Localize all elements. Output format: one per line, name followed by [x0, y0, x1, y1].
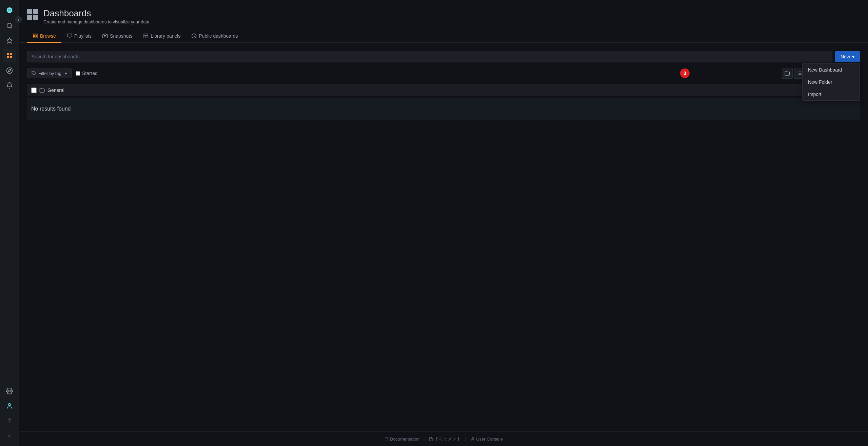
svg-rect-15: [144, 34, 148, 38]
starred-label: Starred: [82, 71, 98, 76]
svg-rect-10: [36, 34, 37, 36]
tab-public-dashboards-label: Public dashboards: [199, 33, 238, 39]
sidebar-item-dashboards[interactable]: [3, 49, 16, 62]
footer-sep-1: |: [424, 437, 425, 442]
svg-rect-12: [36, 36, 37, 38]
folder-view-icon: [785, 71, 790, 76]
list-view-icon: [797, 71, 802, 76]
footer-docs-jp-label: ドキュメント: [435, 436, 461, 442]
docs-icon: [384, 437, 389, 441]
sidebar-item-help[interactable]: ?: [3, 414, 16, 428]
folder-checkbox-general[interactable]: [31, 88, 37, 93]
starred-checkbox[interactable]: [76, 71, 80, 76]
new-button-container: New ▾ New Dashboard New Folder Import: [835, 51, 860, 62]
svg-rect-3: [10, 53, 12, 55]
filter-tag-label: Filter by tag: [38, 71, 61, 76]
sidebar-item-chevron[interactable]: ∨: [3, 429, 16, 443]
filter-tag-button[interactable]: Filter by tag ▾: [27, 69, 72, 78]
page-header-text: Dashboards Create and manage dashboards …: [43, 8, 149, 24]
sidebar-logo[interactable]: [3, 3, 16, 17]
folder-view-button[interactable]: [782, 68, 793, 79]
footer-user-console-link[interactable]: User Console: [470, 437, 503, 442]
svg-point-6: [6, 68, 12, 74]
svg-point-7: [8, 390, 10, 392]
sidebar-item-search[interactable]: [3, 19, 16, 33]
filter-row: Filter by tag ▾ Starred 3: [27, 68, 860, 79]
tab-public-dashboards[interactable]: Public dashboards: [186, 30, 243, 43]
footer-docs-link[interactable]: Documentation: [384, 437, 420, 442]
svg-point-14: [104, 35, 106, 37]
docs-jp-icon: [429, 437, 433, 441]
sidebar-item-profile[interactable]: [3, 399, 16, 413]
sidebar-collapse-button[interactable]: ›: [15, 16, 22, 23]
tabs-bar: Browse Playlists Snapshots Library p: [19, 30, 868, 43]
tab-library-panels-label: Library panels: [151, 33, 180, 39]
footer: Documentation | ドキュメント | User Console: [19, 431, 868, 446]
svg-point-24: [472, 437, 473, 439]
sidebar-item-alerting[interactable]: [3, 79, 16, 92]
footer-docs-jp-link[interactable]: ドキュメント: [429, 436, 461, 442]
page-header-icon: [27, 9, 38, 20]
sidebar-item-settings[interactable]: [3, 384, 16, 398]
svg-rect-5: [10, 56, 12, 58]
page-header: Dashboards Create and manage dashboards …: [19, 0, 868, 24]
svg-marker-1: [6, 38, 12, 43]
svg-rect-13: [67, 34, 72, 37]
footer-sep-2: |: [465, 437, 466, 442]
search-input[interactable]: [27, 51, 832, 62]
tab-snapshots-label: Snapshots: [110, 33, 132, 39]
svg-point-0: [7, 23, 11, 28]
dropdown-item-import[interactable]: Import: [803, 88, 860, 100]
dropdown-item-new-folder[interactable]: New Folder: [803, 76, 860, 88]
content-area: 1 2 New ▾ New Dashboard New Folder Impor…: [19, 43, 868, 431]
svg-point-8: [8, 404, 11, 406]
tag-icon: [32, 71, 36, 76]
new-dropdown-menu: New Dashboard New Folder Import: [802, 63, 860, 101]
tab-library-panels[interactable]: Library panels: [138, 30, 186, 43]
no-results-text: No results found: [31, 106, 71, 112]
tab-playlists-label: Playlists: [74, 33, 92, 39]
sidebar-item-starred[interactable]: [3, 34, 16, 47]
no-results-section: No results found: [27, 98, 860, 120]
search-row: New ▾ New Dashboard New Folder Import: [27, 51, 860, 62]
tab-browse-label: Browse: [40, 33, 56, 39]
main-content: Dashboards Create and manage dashboards …: [19, 0, 868, 446]
svg-rect-9: [33, 34, 35, 36]
footer-docs-label: Documentation: [390, 437, 420, 442]
new-button[interactable]: New ▾: [835, 51, 860, 62]
annotation-badge-3: 3: [680, 69, 690, 78]
folder-row-general[interactable]: General: [27, 84, 860, 96]
folder-name-general: General: [47, 88, 64, 93]
sidebar: ›: [0, 0, 19, 446]
svg-rect-11: [33, 36, 35, 38]
footer-user-console-label: User Console: [476, 437, 503, 442]
view-buttons: [782, 68, 805, 79]
user-console-icon: [470, 437, 475, 441]
starred-checkbox-label[interactable]: Starred: [76, 71, 98, 76]
tab-playlists[interactable]: Playlists: [61, 30, 97, 43]
tab-snapshots[interactable]: Snapshots: [97, 30, 138, 43]
sidebar-item-explore[interactable]: [3, 64, 16, 77]
svg-rect-4: [7, 56, 9, 58]
dropdown-item-new-dashboard[interactable]: New Dashboard: [803, 64, 860, 76]
page-title: Dashboards: [43, 8, 149, 19]
svg-rect-2: [7, 53, 9, 55]
tab-browse[interactable]: Browse: [27, 30, 61, 43]
filter-tag-chevron: ▾: [65, 71, 67, 76]
page-subtitle: Create and manage dashboards to visualiz…: [43, 19, 149, 24]
folder-icon: [39, 88, 45, 93]
